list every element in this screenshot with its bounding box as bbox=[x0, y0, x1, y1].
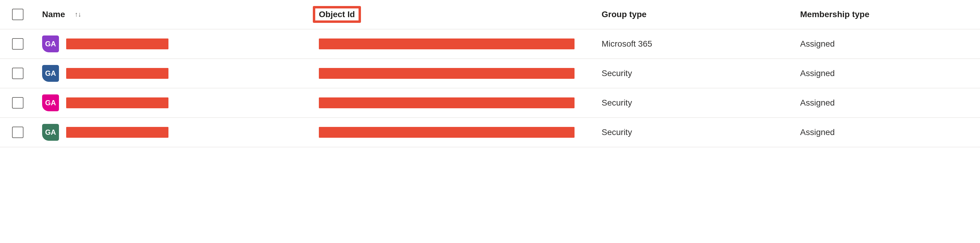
row-checkbox[interactable] bbox=[12, 38, 24, 49]
group-avatar: GA bbox=[42, 124, 59, 141]
membership-type-value: Assigned bbox=[800, 39, 835, 49]
group-type-value: Microsoft 365 bbox=[601, 39, 652, 49]
redacted-name bbox=[66, 97, 169, 108]
table-row[interactable]: GA Security Assigned bbox=[0, 118, 980, 148]
redacted-objectid bbox=[319, 68, 574, 79]
column-label-grouptype: Group type bbox=[601, 10, 646, 19]
group-avatar: GA bbox=[42, 94, 59, 111]
column-header-objectid[interactable]: Object Id bbox=[319, 6, 601, 23]
redacted-name bbox=[66, 38, 169, 49]
groups-table: Name ↑↓ Object Id Group type Membership … bbox=[0, 0, 980, 148]
group-avatar: GA bbox=[42, 65, 59, 82]
redacted-objectid bbox=[319, 38, 574, 49]
row-checkbox[interactable] bbox=[12, 127, 24, 138]
group-avatar: GA bbox=[42, 35, 59, 52]
table-row[interactable]: GA Security Assigned bbox=[0, 89, 980, 118]
row-checkbox[interactable] bbox=[12, 68, 24, 79]
membership-type-value: Assigned bbox=[800, 127, 835, 137]
group-type-value: Security bbox=[601, 127, 632, 137]
highlight-annotation: Object Id bbox=[313, 6, 361, 23]
row-checkbox[interactable] bbox=[12, 97, 24, 108]
group-type-value: Security bbox=[601, 98, 632, 108]
column-header-grouptype[interactable]: Group type bbox=[601, 10, 800, 19]
column-label-membershiptype: Membership type bbox=[800, 10, 869, 19]
table-row[interactable]: GA Security Assigned bbox=[0, 59, 980, 89]
table-header-row: Name ↑↓ Object Id Group type Membership … bbox=[0, 0, 980, 30]
column-header-name[interactable]: Name ↑↓ bbox=[42, 10, 319, 19]
column-label-objectid: Object Id bbox=[319, 10, 355, 19]
table-row[interactable]: GA Microsoft 365 Assigned bbox=[0, 30, 980, 59]
select-all-checkbox[interactable] bbox=[12, 9, 24, 20]
membership-type-value: Assigned bbox=[800, 98, 835, 108]
redacted-name bbox=[66, 127, 169, 138]
membership-type-value: Assigned bbox=[800, 68, 835, 78]
redacted-name bbox=[66, 68, 169, 79]
redacted-objectid bbox=[319, 97, 574, 108]
group-type-value: Security bbox=[601, 68, 632, 78]
column-header-membershiptype[interactable]: Membership type bbox=[800, 10, 968, 19]
column-label-name: Name bbox=[42, 10, 65, 19]
redacted-objectid bbox=[319, 127, 574, 138]
sort-updown-icon: ↑↓ bbox=[75, 11, 81, 18]
